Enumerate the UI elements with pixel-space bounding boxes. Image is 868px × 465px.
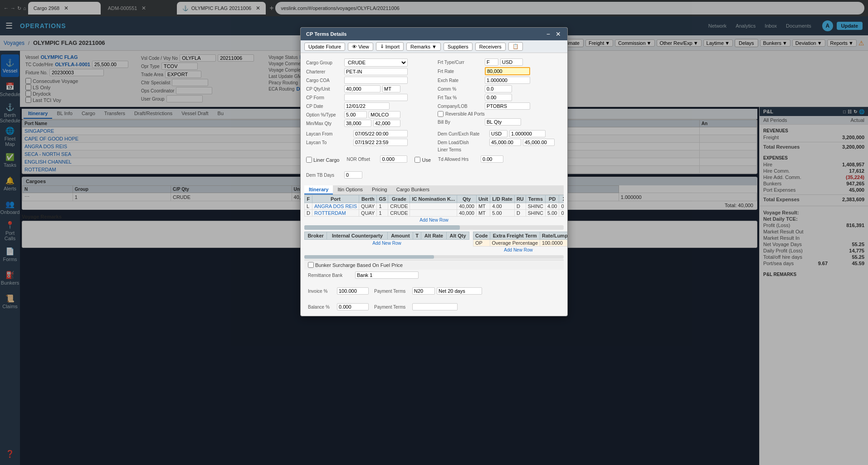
frt-tax-input[interactable] <box>485 94 512 101</box>
modal-itin-row-2[interactable]: D ROTTERDAM QUAY 1 CRUDE 40,000 MT 5.00 … <box>305 210 564 217</box>
cp-qty-unit-label: CP Qty/Unit <box>306 87 342 92</box>
modal-hscroll2[interactable] <box>304 255 564 259</box>
view-button[interactable]: 👁 View <box>348 43 373 51</box>
col-terms: Terms <box>526 195 545 203</box>
modal-tabs: Itinerary Itin Options Pricing Cargo Bun… <box>304 185 564 195</box>
col-ru: RU <box>514 195 526 203</box>
add-extra-freight-row-link[interactable]: Add New Row <box>473 247 564 253</box>
balance-pct-row: Balance % Payment Terms <box>308 303 458 310</box>
use-label: Use <box>422 157 431 163</box>
use-checkbox[interactable]: Use <box>414 157 431 163</box>
cargo-coa-row: Cargo COA <box>306 77 430 84</box>
liner-terms-row: Liner Terms <box>438 147 562 152</box>
td-allowed-input[interactable] <box>481 155 503 163</box>
cp-form-section: Cargo Group CRUDE Charterer Cargo COA <box>304 57 564 182</box>
cp-left-col: Cargo Group CRUDE Charterer Cargo COA <box>306 58 430 128</box>
remarks-dropdown[interactable]: Remarks▼ <box>406 43 441 51</box>
dem-load-input[interactable] <box>489 139 521 146</box>
invoice-pct-label: Invoice % <box>308 289 335 294</box>
td-allowed-row: Td Allowed Hrs <box>438 155 503 163</box>
modal-toolbar-extra[interactable]: 📋 <box>508 42 523 51</box>
min-max-row: Min/Max Qty <box>306 120 430 127</box>
import-icon: ⇓ <box>380 44 384 49</box>
remittance-bank-label: Remittance Bank <box>308 273 353 278</box>
add-broker-row-link[interactable]: Add New Row <box>304 240 469 247</box>
add-itin-row-link[interactable]: Add New Row <box>304 217 564 223</box>
option-pct-input[interactable] <box>344 111 367 118</box>
cp-unit-input[interactable] <box>382 85 400 92</box>
col-unit: Unit <box>476 195 490 203</box>
reversible-label: Reversible All Ports <box>445 111 485 116</box>
laycan-from-label: Laycan From <box>306 131 351 136</box>
balance-pct-label: Balance % <box>308 305 335 310</box>
laycan-from-input[interactable] <box>353 130 408 137</box>
col-extra-term: Extra Freight Term <box>490 232 540 240</box>
modal-tab-cargo-bunkers[interactable]: Cargo Bunkers <box>392 185 434 194</box>
modal-toolbar: Update Fixture 👁 View ⇓ Import Remarks▼ … <box>301 40 567 53</box>
extra-freight-table: Code Extra Freight Term Rate/Lump OP Ove… <box>473 232 567 247</box>
frt-curr-input[interactable] <box>500 58 523 66</box>
max-qty-input[interactable] <box>373 120 400 127</box>
frt-rate-input[interactable] <box>485 67 530 75</box>
modal-close-button[interactable]: ✕ <box>555 30 562 38</box>
modal-tab-pricing[interactable]: Pricing <box>367 185 392 194</box>
update-fixture-button[interactable]: Update Fixture <box>304 43 345 51</box>
dem-curr-label: Dem Curr/Exch Rate <box>438 131 488 136</box>
extra-freight-section: Code Extra Freight Term Rate/Lump OP Ove… <box>473 232 564 253</box>
charterer-input[interactable] <box>344 68 408 75</box>
cp-qty-input[interactable] <box>344 85 380 92</box>
company-lob-input[interactable] <box>485 102 530 110</box>
modal-hscroll[interactable] <box>304 225 564 230</box>
bill-by-row: Bill By <box>438 118 562 126</box>
suppliers-button[interactable]: Suppliers <box>444 43 473 51</box>
comm-pct-input[interactable] <box>485 85 512 92</box>
dem-curr-input[interactable] <box>489 130 507 137</box>
option-type-input[interactable] <box>369 111 400 118</box>
invoice-pct-input[interactable] <box>337 287 369 295</box>
dem-load-dish-label: Dem Load/Dish <box>438 140 488 145</box>
modal-minimize-button[interactable]: − <box>546 30 551 38</box>
option-pct-row: Option %/Type <box>306 111 430 118</box>
modal-itin-row-1[interactable]: L ANGRA DOS REIS QUAY 1 CRUDE 40,000 MT … <box>305 203 564 210</box>
broker-table: Broker Internal Counterparty Amount T Al… <box>304 232 469 240</box>
min-qty-input[interactable] <box>344 120 371 127</box>
exch-rate-input[interactable] <box>485 77 530 84</box>
cargo-group-select[interactable]: CRUDE <box>344 58 408 67</box>
modal-tab-itinerary[interactable]: Itinerary <box>304 185 333 194</box>
cp-date-input[interactable] <box>344 102 390 110</box>
bill-by-input[interactable] <box>485 118 521 126</box>
laycan-to-input[interactable] <box>353 139 408 146</box>
remittance-section: Remittance Bank Invoice % Payment Terms … <box>304 270 564 314</box>
remittance-bank-input[interactable] <box>355 271 419 279</box>
nor-offset-input[interactable] <box>380 155 407 163</box>
col-rate-lump: Rate/Lump <box>540 232 567 240</box>
dem-tb-days-input[interactable] <box>344 171 362 179</box>
payment-terms2-input[interactable] <box>412 303 458 310</box>
frt-type-input[interactable] <box>485 58 498 66</box>
col-internal-cp: Internal Counterparty <box>327 232 388 240</box>
laycan-dem-section: Laycan From Laycan To Dem Curr/Exch Rate <box>306 130 562 154</box>
dem-tb-days-label: Dem TB Days <box>306 173 342 178</box>
nor-offset-label: NOR Offset <box>346 157 378 162</box>
cargo-coa-input[interactable] <box>344 77 408 84</box>
modal-tab-itin-options[interactable]: Itin Options <box>333 185 367 194</box>
frt-rate-label: Frt Rate <box>438 69 483 74</box>
receivers-button[interactable]: Receivers <box>475 43 506 51</box>
import-button[interactable]: ⇓ Import <box>376 42 404 51</box>
cp-form-input[interactable] <box>344 94 408 101</box>
col-gs: GS <box>377 195 388 203</box>
cp-form-label: CP Form <box>306 95 342 100</box>
balance-pct-input[interactable] <box>337 303 369 310</box>
liner-cargo-checkbox[interactable]: Liner Cargo <box>306 157 339 163</box>
bunker-surcharge-checkbox[interactable]: Bunker Surcharge Based On Fuel Price <box>308 262 403 268</box>
extra-freight-row[interactable]: OP Overage Percentage 100.0000 <box>473 240 568 247</box>
dem-dish-input[interactable] <box>523 139 555 146</box>
company-lob-label: Company/LOB <box>438 104 483 109</box>
dem-exch-rate-input[interactable] <box>509 130 546 137</box>
payment-terms-input[interactable] <box>412 287 435 295</box>
frt-rate-row: Frt Rate <box>438 67 562 75</box>
payment-terms-desc-input[interactable] <box>437 287 482 295</box>
frt-tax-label: Frt Tax % <box>438 95 483 100</box>
reversible-checkbox[interactable] <box>438 111 444 117</box>
liner-terms-label: Liner Terms <box>438 147 488 152</box>
